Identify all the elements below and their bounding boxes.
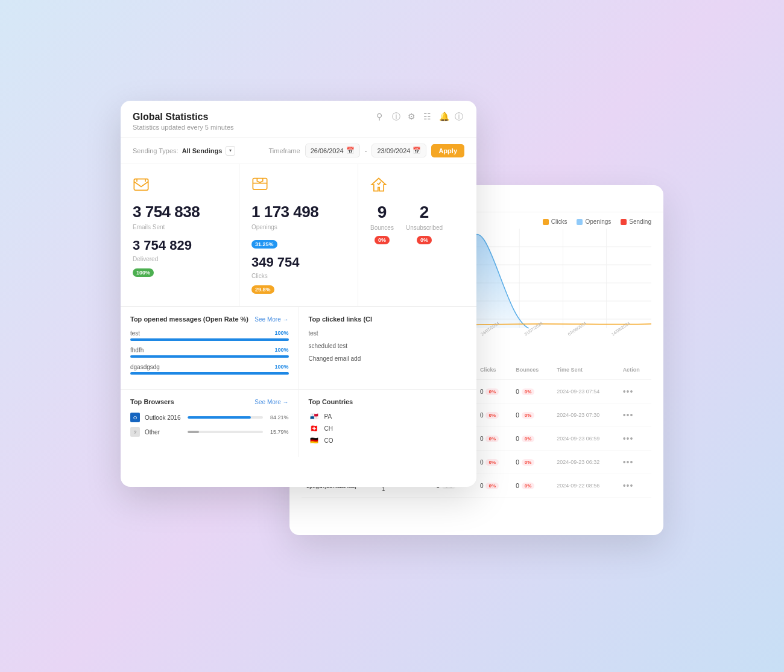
panel-title: Global Statistics: [133, 112, 234, 122]
browser-pct-1: 15.79%: [268, 429, 289, 435]
outlook-icon: O: [130, 413, 140, 422]
sending-type-value: All Sendings: [182, 147, 223, 154]
top-opened-title: Top opened messages (Open Rate %): [130, 315, 248, 323]
legend-dot-clicks: [543, 219, 549, 225]
clicks-cell: 0 0%: [475, 427, 511, 451]
flag-ch: 🇨🇭: [309, 425, 320, 432]
action-menu-button[interactable]: •••: [623, 410, 634, 420]
emails-sent-label: Emails Sent: [133, 224, 227, 230]
openings-card: 1 173 498 Openings 31.25% 349 754 Clicks…: [239, 164, 358, 306]
bounces-item: 9 Bounces 0%: [370, 203, 394, 244]
bounce-unsubscribe-row: 9 Bounces 0% 2 Unsubscribed 0%: [370, 203, 464, 244]
top-opened-bar-0: 100%: [130, 338, 289, 341]
top-opened-item-2: dgasdgsdg 100%: [130, 364, 289, 375]
action-cell[interactable]: •••: [618, 451, 651, 474]
col-bounces: Bounces: [511, 360, 552, 380]
top-opened-bar-1: 100%: [130, 355, 289, 358]
delivered-badge: 100%: [133, 268, 154, 277]
email-icon: [133, 176, 227, 197]
top-opened-name-2: dgasdgsdg: [130, 364, 289, 370]
top-clicked-item-1: scheduled test: [309, 343, 467, 349]
svg-rect-21: [253, 179, 267, 190]
browser-pct-0: 84.21%: [268, 414, 289, 420]
apply-button[interactable]: Apply: [431, 144, 464, 157]
browser-bar-1: [188, 431, 263, 433]
top-clicked-name-1: scheduled test: [309, 343, 467, 349]
clicks-cell: 0 0%: [475, 380, 511, 404]
top-clicked-title: Top clicked links (Cl: [309, 315, 373, 323]
date-separator: -: [365, 147, 367, 154]
browsers-title-row: Top Browsers See More →: [130, 398, 289, 405]
delivered-label: Delivered: [133, 256, 227, 262]
browsers-title: Top Browsers: [130, 398, 174, 405]
top-opened-bar-2: 100%: [130, 372, 289, 375]
bounces-cell: 0 0%: [511, 404, 552, 427]
browser-bar-0: [188, 416, 263, 419]
grid-icon[interactable]: ☷: [423, 112, 433, 121]
other-icon: ?: [130, 427, 140, 437]
openings-label: Openings: [251, 224, 346, 230]
top-opened-item-1: fhdfh 100%: [130, 347, 289, 358]
top-opened-fill-0: [130, 338, 289, 341]
top-opened-pct-2: 100%: [274, 364, 288, 370]
search-icon[interactable]: ⚲: [376, 112, 386, 121]
calendar-icon-from: 📅: [346, 147, 355, 154]
time-sent-cell: 2024-09-23 06:32: [552, 451, 618, 474]
countries-section: Top Countries 🇵🇦 PA 🇨🇭 CH 🇩🇪 CO: [299, 390, 477, 457]
clicks-number: 349 754: [251, 255, 346, 270]
legend-dot-sending: [621, 219, 627, 225]
action-cell[interactable]: •••: [618, 380, 651, 404]
country-row-1: 🇨🇭 CH: [309, 425, 467, 432]
help-icon[interactable]: ⓘ: [392, 112, 402, 121]
action-menu-button[interactable]: •••: [623, 434, 634, 443]
sending-type-dropdown[interactable]: ▾: [226, 146, 235, 156]
timeframe-section: Timeframe 26/06/2024 📅 - 23/09/2024 📅 Ap…: [268, 144, 464, 157]
timeframe-label: Timeframe: [268, 147, 300, 154]
country-row-0: 🇵🇦 PA: [309, 413, 467, 420]
clicks-label: Clicks: [251, 273, 346, 279]
svg-text:07/08/2024: 07/08/2024: [567, 321, 587, 337]
browser-fill-0: [188, 416, 251, 419]
global-stats-panel: Global Statistics Statistics updated eve…: [121, 101, 476, 487]
browser-name-0: Outlook 2016: [145, 414, 183, 421]
top-opened-section: Top opened messages (Open Rate %) See Mo…: [121, 307, 299, 389]
unsubscribed-label: Unsubscribed: [406, 224, 443, 231]
action-cell[interactable]: •••: [618, 474, 651, 498]
clicks-cell: 0 0%: [475, 451, 511, 474]
header-title-group: Global Statistics Statistics updated eve…: [133, 112, 234, 131]
unsubscribed-item: 2 Unsubscribed 0%: [406, 203, 443, 244]
action-menu-button[interactable]: •••: [623, 481, 634, 490]
action-cell[interactable]: •••: [618, 427, 651, 451]
time-sent-cell: 2024-09-22 08:56: [552, 474, 618, 498]
country-code-1: CH: [324, 425, 333, 432]
legend-clicks: Clicks: [543, 218, 567, 225]
date-from-input[interactable]: 26/06/2024 📅: [305, 144, 360, 157]
bounces-icon: [370, 176, 464, 197]
top-clicked-name-0: test: [309, 330, 467, 337]
legend-sending: Sending: [621, 218, 651, 225]
action-cell[interactable]: •••: [618, 404, 651, 427]
header-icons: ⚲ ⓘ ⚙ ☷ 🔔 ⓘ: [376, 112, 464, 121]
browsers-countries-section: Top Browsers See More → O Outlook 2016 8…: [121, 389, 476, 457]
bell-icon[interactable]: 🔔: [439, 112, 449, 121]
calendar-icon-to: 📅: [413, 147, 421, 154]
settings-icon[interactable]: ⚙: [408, 112, 417, 121]
browsers-see-more[interactable]: See More →: [254, 399, 288, 405]
date-to-value: 23/09/2024: [377, 147, 410, 154]
legend-dot-openings: [577, 219, 583, 225]
action-menu-button[interactable]: •••: [623, 387, 634, 396]
panel-subtitle: Statistics updated every 5 minutes: [133, 124, 234, 131]
time-sent-cell: 2024-09-23 07:54: [552, 380, 618, 404]
top-opened-see-more[interactable]: See More →: [254, 316, 288, 323]
top-opened-pct-0: 100%: [274, 330, 288, 336]
delivered-number: 3 754 829: [133, 238, 227, 253]
time-sent-cell: 2024-09-23 07:30: [552, 404, 618, 427]
top-messages-section: Top opened messages (Open Rate %) See Mo…: [121, 306, 476, 389]
sending-type-section: Sending Types: All Sendings ▾: [133, 146, 235, 156]
browser-row-1: ? Other 15.79%: [130, 427, 289, 437]
date-to-input[interactable]: 23/09/2024 📅: [371, 144, 426, 157]
action-menu-button[interactable]: •••: [623, 457, 634, 467]
info-icon[interactable]: ⓘ: [455, 112, 464, 121]
top-opened-name-1: fhdfh: [130, 347, 289, 353]
col-action: Action: [618, 360, 651, 380]
